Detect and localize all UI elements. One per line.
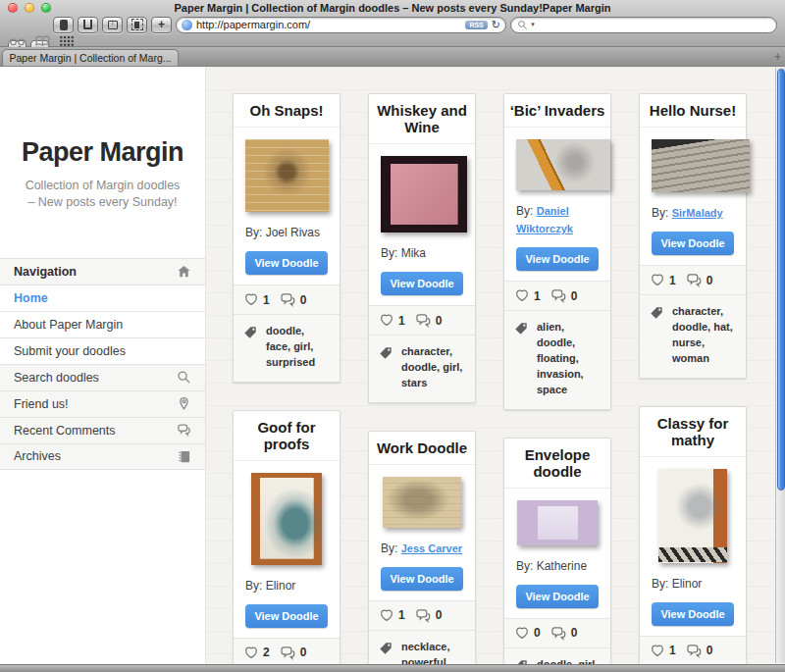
heart-icon[interactable] (650, 273, 665, 287)
card-title[interactable]: Envelope doodle (504, 439, 610, 489)
sidebar-item-recent-comments[interactable]: Recent Comments (0, 417, 205, 443)
topsites-grid-icon[interactable] (60, 36, 75, 46)
heart-icon[interactable] (243, 646, 259, 660)
sidebar-nav: Navigation Home About Paper Margin Submi… (0, 258, 205, 470)
view-doodle-button[interactable]: View Doodle (516, 247, 599, 271)
card-title[interactable]: Hello Nurse! (640, 94, 746, 128)
doodle-thumbnail[interactable] (245, 139, 329, 212)
new-window-button[interactable]: + (151, 17, 172, 33)
byline: By: SirMalady (652, 204, 734, 222)
card-title[interactable]: Whiskey and Wine (369, 94, 475, 144)
card-title[interactable]: Classy for mathy (640, 407, 746, 457)
new-tab-button[interactable]: + (774, 50, 781, 64)
sidebar-item-friend-us[interactable]: Friend us! (0, 390, 205, 417)
tag-list[interactable]: character, doodle, girl, stars (401, 344, 465, 391)
view-doodle-button[interactable]: View Doodle (245, 604, 328, 628)
like-count: 0 (534, 626, 541, 640)
tag-list[interactable]: doodle, face, girl, surprised (266, 324, 330, 371)
tag-list[interactable]: character, doodle, hat, nurse, woman (672, 304, 736, 367)
url-text[interactable]: http://papermargin.com/ (196, 19, 461, 30)
search-input[interactable]: ▼ (510, 17, 777, 33)
heart-icon[interactable] (650, 644, 665, 658)
doodle-card-classy-for-mathy: Classy for mathy By: Elinor View Doodle … (639, 406, 747, 664)
sidebar-item-submit[interactable]: Submit your doodles (0, 337, 205, 364)
doodle-thumbnail[interactable] (381, 156, 467, 233)
browser-chrome: Paper Margin | Collection of Margin dood… (0, 0, 785, 47)
tag-list[interactable]: alien, doodle, floating, invasion, space (537, 320, 601, 398)
bookmarks-button[interactable] (53, 17, 74, 33)
grid-column: Hello Nurse! By: SirMalady View Doodle 1… (639, 93, 747, 664)
tag-list[interactable]: necklace, powerful, woman (401, 640, 465, 664)
view-doodle-button[interactable]: View Doodle (652, 232, 734, 255)
heart-icon[interactable] (514, 288, 530, 303)
comments-icon[interactable] (415, 313, 432, 328)
heart-icon[interactable] (379, 313, 394, 328)
view-doodle-button[interactable]: View Doodle (516, 585, 599, 608)
comment-count: 0 (300, 646, 307, 659)
heart-icon[interactable] (514, 626, 530, 641)
card-stats: 1 0 (369, 600, 475, 630)
favorites-bar (0, 34, 785, 47)
view-doodle-button[interactable]: View Doodle (652, 602, 734, 626)
comments-icon[interactable] (686, 644, 703, 658)
downloads-button[interactable] (102, 17, 123, 33)
doodle-thumbnail[interactable] (383, 477, 461, 528)
comments-icon[interactable] (550, 288, 567, 303)
grid-column: ‘Bic’ Invaders By: Daniel Wiktorczyk Vie… (503, 93, 611, 664)
window-titlebar[interactable]: Paper Margin | Collection of Margin dood… (0, 0, 785, 15)
view-doodle-button[interactable]: View Doodle (245, 251, 328, 275)
like-count: 1 (669, 274, 676, 287)
rss-badge[interactable]: RSS (465, 21, 487, 29)
site-tagline: Collection of Margin doodles – New posts… (24, 178, 182, 211)
comments-icon[interactable] (280, 292, 296, 307)
address-bar[interactable]: http://papermargin.com/ RSS ↻ (176, 17, 506, 33)
grid-column: Oh Snaps! By: Joel Rivas View Doodle 1 0… (233, 93, 340, 664)
doodle-thumbnail[interactable] (251, 473, 322, 565)
vertical-scrollbar[interactable] (775, 68, 785, 663)
comments-icon (177, 423, 191, 438)
topsites-button[interactable] (78, 17, 98, 33)
comments-icon[interactable] (550, 626, 567, 641)
reader-glasses-icon[interactable] (10, 36, 26, 46)
author-name[interactable]: SirMalady (672, 207, 723, 219)
byline: By: Jess Carver (381, 540, 463, 557)
comments-icon[interactable] (280, 646, 296, 660)
view-doodle-button[interactable]: View Doodle (381, 567, 463, 591)
reload-icon[interactable]: ↻ (492, 20, 500, 30)
sidebar-item-search-doodles[interactable]: Search doodles (0, 364, 205, 390)
doodle-thumbnail[interactable] (652, 139, 750, 192)
heart-icon[interactable] (379, 608, 394, 623)
comment-count: 0 (436, 314, 443, 328)
scrollbar-thumb[interactable] (777, 69, 785, 491)
card-title[interactable]: Goof for proofs (234, 411, 340, 461)
sidebar-item-about[interactable]: About Paper Margin (0, 311, 205, 337)
card-title[interactable]: ‘Bic’ Invaders (504, 94, 610, 128)
tab-paper-margin[interactable]: Paper Margin | Collection of Marg... (2, 49, 179, 66)
doodle-thumbnail[interactable] (658, 469, 727, 563)
site-logo[interactable]: Paper Margin (0, 137, 205, 168)
heart-icon[interactable] (243, 292, 259, 307)
comments-icon[interactable] (686, 273, 703, 287)
tab-bar: Paper Margin | Collection of Marg... + (0, 47, 785, 67)
view-doodle-button[interactable]: View Doodle (381, 272, 463, 295)
author-name[interactable]: Jess Carver (401, 543, 462, 554)
card-tags: doodle, girl, stamp (504, 647, 610, 664)
grid-column: Whiskey and Wine By: Mika View Doodle 1 … (368, 93, 476, 664)
tag-list[interactable]: doodle, girl, stamp (537, 657, 601, 664)
comment-count: 0 (571, 289, 578, 303)
doodle-thumbnail[interactable] (516, 139, 610, 190)
minimize-window-button[interactable] (25, 3, 34, 13)
sidebar-item-home[interactable]: Home (0, 284, 205, 311)
zoom-window-button[interactable] (41, 3, 51, 13)
card-title[interactable]: Oh Snaps! (234, 94, 340, 128)
doodle-thumbnail[interactable] (517, 500, 598, 545)
close-window-button[interactable] (8, 3, 18, 13)
doodle-grid: Oh Snaps! By: Joel Rivas View Doodle 1 0… (206, 67, 785, 664)
card-title[interactable]: Work Doodle (369, 432, 475, 465)
doodle-card-bic-invaders: ‘Bic’ Invaders By: Daniel Wiktorczyk Vie… (503, 93, 611, 410)
snapback-button[interactable] (127, 17, 147, 33)
bookmarks-book-icon[interactable] (35, 35, 50, 46)
sidebar-item-archives[interactable]: Archives (0, 443, 205, 470)
comments-icon[interactable] (415, 608, 432, 623)
nav-header-navigation: Navigation (0, 258, 205, 284)
